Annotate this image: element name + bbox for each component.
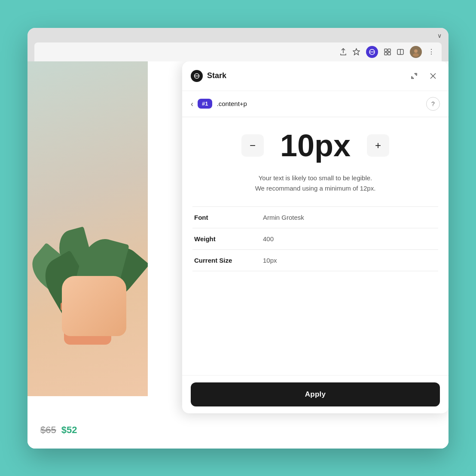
panel-brand: Stark (191, 70, 226, 82)
panel-header: Stark (182, 61, 449, 91)
issue-badge: #1 (198, 99, 212, 109)
increase-size-button[interactable]: + (367, 134, 389, 157)
split-view-icon[interactable] (397, 49, 404, 55)
sale-price: $52 (61, 424, 77, 436)
price-area: $65 $52 (40, 424, 77, 436)
font-detail-row: Font Armin Grotesk (192, 207, 438, 228)
font-value: Armin Grotesk (263, 214, 304, 221)
panel-body: − 10px + Your text is likely too small t… (182, 117, 449, 375)
svg-rect-5 (384, 52, 387, 55)
weight-label: Weight (194, 235, 263, 243)
panel-footer: Apply (182, 375, 449, 413)
svg-rect-3 (384, 49, 387, 52)
back-button[interactable]: ‹ (191, 100, 193, 108)
svg-point-10 (413, 53, 419, 57)
browser-toolbar: ⋮ (34, 42, 442, 61)
weight-value: 400 (263, 235, 274, 243)
stark-brand-icon (191, 70, 203, 82)
browser-top-bar: ∨ (34, 32, 442, 42)
user-avatar[interactable] (410, 46, 422, 58)
weight-detail-row: Weight 400 (192, 228, 438, 250)
warning-message: Your text is likely too small to be legi… (192, 173, 438, 194)
panel-header-actions (407, 69, 440, 83)
help-button[interactable]: ? (426, 97, 440, 111)
browser-chrome: ∨ (27, 28, 449, 61)
more-options-icon[interactable]: ⋮ (428, 48, 435, 56)
svg-rect-4 (388, 49, 391, 52)
product-image (27, 61, 148, 396)
stark-panel: Stark (182, 61, 449, 413)
panel-title: Stark (207, 71, 226, 80)
apply-button[interactable]: Apply (191, 382, 440, 406)
svg-rect-6 (388, 52, 391, 55)
svg-point-9 (414, 49, 418, 53)
current-size-value: 10px (263, 257, 277, 264)
original-price: $65 (40, 424, 56, 436)
font-details: Font Armin Grotesk Weight 400 Current Si… (192, 206, 438, 367)
browser-content: $65 $52 Stark (27, 61, 449, 449)
help-icon: ? (431, 100, 435, 107)
hand (62, 276, 126, 336)
svg-marker-0 (353, 49, 360, 55)
font-label: Font (194, 214, 263, 221)
font-size-control: − 10px + (192, 130, 438, 161)
star-icon[interactable] (353, 48, 360, 55)
puzzle-icon[interactable] (384, 49, 391, 55)
plant-illustration (36, 87, 139, 345)
current-size-detail-row: Current Size 10px (192, 250, 438, 271)
panel-breadcrumb: ‹ #1 .content+p ? (182, 91, 449, 117)
share-icon[interactable] (340, 48, 347, 56)
browser-window: ∨ (27, 28, 449, 449)
css-selector: .content+p (217, 100, 247, 107)
minimize-panel-button[interactable] (407, 69, 421, 83)
stark-extension-icon[interactable] (366, 46, 378, 58)
close-panel-button[interactable] (426, 69, 440, 83)
font-size-value: 10px (272, 130, 358, 161)
current-size-label: Current Size (194, 257, 263, 264)
chevron-down-icon[interactable]: ∨ (437, 32, 442, 39)
decrease-size-button[interactable]: − (241, 134, 264, 157)
